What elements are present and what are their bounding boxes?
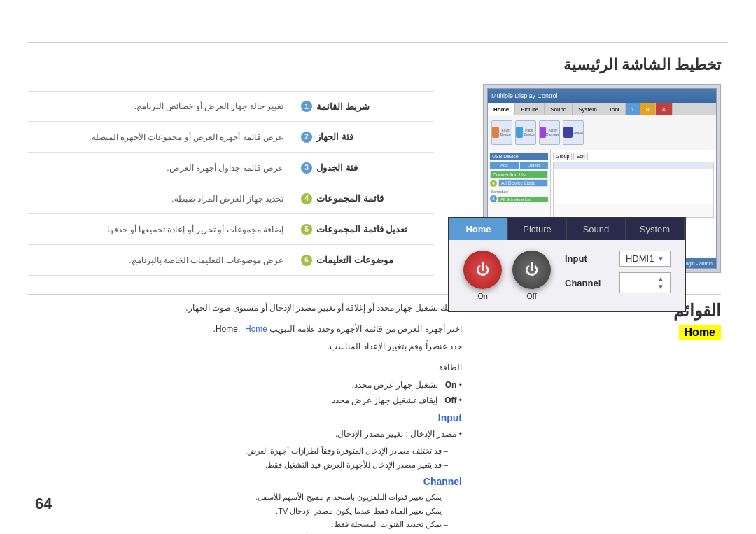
main-title: تخطيط الشاشة الرئيسية [564,56,721,74]
feature-label-6: موضوعات التعليمات [316,255,393,265]
off-label: Off [444,395,456,405]
table-row [554,176,713,183]
channel-up-arrow: ▲ [657,275,664,283]
feature-badge-4: 4 [301,193,312,204]
power-buttons-pair: ⏻ On ⏻ Off [463,251,551,300]
feature-row-3: فئة الجدول 3 عرض قائمة جداول أجهزة العرض… [28,153,434,183]
rph-group: Group [553,153,572,160]
table-header [554,162,713,169]
app-tab-num2: 8 [640,103,655,115]
toolbar-fault-device[interactable]: Fault Device [491,120,512,145]
top-divider [28,42,728,43]
toolbar-logout[interactable]: Logout [563,120,584,145]
all-schedule[interactable]: All Schedule List [498,197,548,202]
feature-label-2: فئة الجهاز [316,132,354,142]
schedule-label: Schedule [490,189,548,195]
channel-control-row: Channel ▲ ▼ [565,272,671,293]
feature-badge-5: 5 [301,224,312,235]
toolbar-allow-damage[interactable]: Allow Damage [539,120,560,145]
feature-table: شريط القائمة 1 تغيير حالة جهاز العرض أو … [28,91,434,276]
feature-badge-3: 3 [301,162,312,174]
on-label: On [445,380,457,390]
feature-label-3: فئة الجدول [316,162,358,173]
feature-desc-6: عرض موضوعات التعليمات الخاصة بالبرنامج. [28,255,294,265]
home-blue-ref: Home [245,324,267,334]
channel-item-2: يمكن تحديد القنوات المسجلة فقط. [28,518,448,532]
channel-down-arrow: ▼ [657,283,664,290]
app-tab-close[interactable]: ✕ [656,103,673,115]
all-devices[interactable]: All Device Listie [498,179,548,187]
input-control-value[interactable]: HDMI1 ▼ [620,251,671,267]
power-on-label: On [477,292,488,300]
feature-row-4: قائمة المجموعات 4 تحديد جهاز العرض المرا… [28,183,434,214]
feature-badge-1: 1 [301,101,312,112]
badge-4-sim: 4 [490,180,497,187]
connection-list[interactable]: Connection List [490,171,548,178]
feature-label-4: قائمة المجموعات [316,193,384,204]
power-on-group: ⏻ On [463,251,502,300]
feature-badge-6: 6 [301,255,312,266]
feature-desc-3: عرض قائمة جداول أجهزة العرض. [28,163,294,173]
feature-label-1: شريط القائمة [316,101,370,112]
feature-desc-2: عرض قائمة أجهزة العرض أو مجموعات الأجهزة… [28,132,294,142]
intro-text: يمكنك تشغيل جهاز محدد أو إغلاقه أو تغيير… [186,303,462,313]
app-tab-picture[interactable]: Picture [515,103,545,115]
left-panel-header: USB Device [490,153,548,160]
input-control-label: Input [565,253,614,264]
on-desc-text: تشغيل جهاز عرض محدد. [351,380,438,390]
off-desc: Off إيقاف تشغيل جهاز عرض محدد [28,393,462,409]
off-desc-text: إيقاف تشغيل جهاز عرض محدد [332,395,438,405]
toolbar-page-device[interactable]: Page Device [515,120,536,145]
channel-control-value[interactable]: ▲ ▼ [620,272,671,293]
widget-tab-picture[interactable]: Picture [508,218,567,240]
feature-row-6: موضوعات التعليمات 6 عرض موضوعات التعليما… [28,245,434,276]
feature-desc-1: تغيير حالة جهاز العرض أو خصائص البرنامج. [28,101,294,111]
input-control-row: Input HDMI1 ▼ [565,251,671,267]
feature-desc-5: إضافة مجموعات أو تحرير أو إعادة تجميعها … [28,225,294,234]
feature-row-5: تعديل قائمة المجموعات 5 إضافة مجموعات أو… [28,214,434,245]
app-tab-tool[interactable]: Tool [603,103,626,115]
detect-button[interactable]: Detect [520,162,549,169]
right-menus-section: القوائم Home Home Picture Sound System ⏻… [483,301,721,347]
app-tab-home[interactable]: Home [488,103,515,115]
input-dropdown-arrow: ▼ [657,255,664,262]
input-sub-1: قد تختلف مصادر الإدخال المتوفرة وفقاً لط… [28,444,448,458]
power-off-group: ⏻ Off [512,251,551,300]
setting-label: الطاقة [439,363,462,372]
channel-section-label: Channel [424,476,462,487]
select-item-text: حدد عنصراً وقم بتغيير الإعداد المناسب. [328,342,462,351]
input-section-label: Input [438,412,462,423]
feature-desc-4: تحديد جهاز العرض المراد ضبطه. [28,194,294,204]
app-tab-system[interactable]: System [573,103,603,115]
app-tab-sound[interactable]: Sound [545,103,573,115]
table-row [554,197,713,204]
feature-badge-2: 2 [301,132,312,143]
on-desc: On تشغيل جهاز عرض محدد. [28,378,462,393]
badge-3-sim: 3 [490,195,497,202]
controls-area: Input HDMI1 ▼ Channel ▲ ▼ [565,251,671,299]
widget-tab-home[interactable]: Home [449,218,508,240]
app-tab-num1: 1 [626,103,640,115]
ui-widget: Home Picture Sound System ⏻ On ⏻ Off [448,217,686,312]
widget-tab-system[interactable]: System [626,218,685,240]
power-off-label: Off [526,292,536,300]
table-row [554,183,713,190]
feature-row-1: شريط القائمة 1 تغيير حالة جهاز العرض أو … [28,91,434,122]
channel-item-1: يمكن تغيير القناة فقط عندما يكون مصدر ال… [28,505,448,519]
power-on-button[interactable]: ⏻ [463,251,502,289]
add-button[interactable]: Add [490,162,519,169]
table-row [554,190,713,197]
power-off-button[interactable]: ⏻ [512,251,551,289]
widget-tab-sound[interactable]: Sound [567,218,626,240]
table-row [554,169,713,176]
widget-tabs: Home Picture Sound System [449,218,685,240]
input-item-0: مصدر الإدخال : تغيير مصدر الإدخال. [28,427,462,442]
home-highlight: Home [679,325,721,340]
rph-edit[interactable]: Edit [573,153,587,160]
feature-label-5: تعديل قائمة المجموعات [316,224,407,234]
app-title: Multiple Display Control [491,92,558,99]
channel-item-0: يمكن تغيير قنوات التلفزيون باستخدام مفتي… [28,491,448,505]
channel-control-label: Channel [565,278,614,288]
widget-content: ⏻ On ⏻ Off Input HDMI1 ▼ [449,240,685,311]
input-sub-2: قد يتغير مصدر الإدخال للأجهزة العرض قيد … [28,458,448,472]
